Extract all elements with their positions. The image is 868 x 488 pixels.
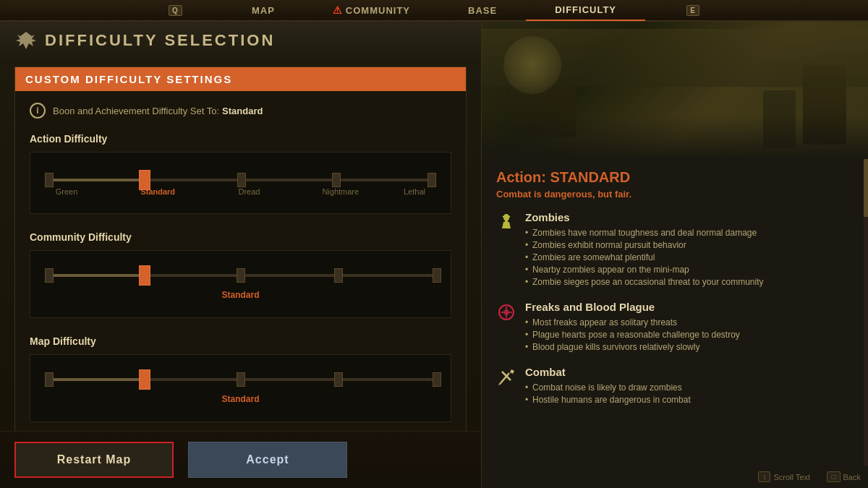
- combat-item-1: Hostile humans are dangerous in combat: [525, 395, 691, 405]
- notch-standard[interactable]: [139, 170, 150, 190]
- e-key-label: E: [686, 5, 699, 16]
- combat-section: Combat Combat noise is likely to draw zo…: [496, 366, 854, 407]
- action-slider-track: [45, 179, 436, 181]
- map-notch-2[interactable]: [237, 372, 245, 387]
- scroll-hint-key: ↕: [758, 471, 770, 482]
- zombies-section: Zombies Zombies have normal toughness an…: [496, 211, 854, 289]
- freaks-content: Freaks and Blood Plague Most freaks appe…: [525, 301, 740, 354]
- action-difficulty-slider[interactable]: Green Standard Dread Nightmare Lethal: [30, 152, 451, 214]
- nav-item-community[interactable]: ⚠ Community: [304, 0, 439, 21]
- scroll-bar[interactable]: [864, 159, 868, 466]
- community-selected-label: Standard: [45, 290, 436, 300]
- accept-button[interactable]: Accept: [188, 442, 347, 478]
- comm-notch-4[interactable]: [433, 268, 441, 283]
- combat-icon: [496, 367, 516, 388]
- left-panel: DIFFICULTY SELECTION CUSTOM DIFFICULTY S…: [0, 22, 481, 488]
- plague-icon: [496, 302, 516, 322]
- info-icon: i: [30, 103, 46, 119]
- combat-item-0: Combat noise is likely to draw zombies: [525, 382, 691, 393]
- notch-dread[interactable]: [237, 173, 246, 187]
- comm-notch-2[interactable]: [237, 268, 245, 283]
- zombies-content: Zombies Zombies have normal toughness an…: [525, 211, 764, 289]
- community-alert-icon: ⚠: [333, 4, 343, 16]
- zombie-icon: [496, 213, 516, 233]
- bottom-bar: Restart Map Accept: [0, 431, 481, 488]
- notch-nightmare[interactable]: [332, 173, 341, 187]
- notch-green[interactable]: [45, 173, 54, 187]
- q-key-label: Q: [169, 5, 182, 16]
- eagle-icon: [14, 29, 38, 52]
- page-title: DIFFICULTY SELECTION: [45, 31, 275, 50]
- zombie-item-2: Zombies are somewhat plentiful: [525, 252, 764, 262]
- community-slider-track: [45, 274, 436, 277]
- nav-item-difficulty[interactable]: Difficulty: [526, 0, 645, 21]
- map-slider-track: [45, 378, 436, 381]
- nav-item-base[interactable]: Base: [439, 0, 526, 21]
- map-notch-1[interactable]: [139, 369, 150, 390]
- map-difficulty-section: Map Difficulty Standard: [30, 335, 451, 422]
- page-title-bar: DIFFICULTY SELECTION: [0, 22, 481, 59]
- info-bar: i Boon and Achievement Difficulty Set To…: [30, 103, 451, 119]
- scroll-thumb: [864, 159, 868, 217]
- community-difficulty-label: Community Difficulty: [30, 231, 451, 243]
- restart-map-button[interactable]: Restart Map: [14, 442, 174, 478]
- comm-notch-0[interactable]: [45, 268, 54, 283]
- info-value: Standard: [222, 106, 263, 116]
- action-difficulty-label: Action Difficulty: [30, 133, 451, 145]
- zombie-item-3: Nearby zombies appear on the mini-map: [525, 265, 764, 275]
- zombies-title: Zombies: [525, 211, 764, 223]
- settings-panel: CUSTOM DIFFICULTY SETTINGS i Boon and Ac…: [14, 67, 467, 452]
- nav-key-e[interactable]: E: [645, 0, 703, 21]
- combat-content: Combat Combat noise is likely to draw zo…: [525, 366, 691, 407]
- hero-image: [482, 22, 868, 159]
- main-layout: DIFFICULTY SELECTION CUSTOM DIFFICULTY S…: [0, 22, 868, 488]
- combat-title: Combat: [525, 366, 691, 378]
- hero-light: [503, 36, 561, 94]
- map-difficulty-label: Map Difficulty: [30, 335, 451, 347]
- back-hint-key: □: [827, 471, 840, 482]
- action-difficulty-section: Action Difficulty Green: [30, 133, 451, 214]
- freaks-section: Freaks and Blood Plague Most freaks appe…: [496, 301, 854, 354]
- zombie-item-1: Zombies exhibit normal pursuit behavior: [525, 240, 764, 250]
- comm-notch-3[interactable]: [334, 268, 343, 283]
- map-selected-label: Standard: [45, 394, 436, 404]
- zombie-item-0: Zombies have normal toughness and deal n…: [525, 228, 764, 238]
- top-nav: Q Map ⚠ Community Base Difficulty E: [0, 0, 868, 22]
- back-hint-label: Back: [843, 473, 861, 481]
- freaks-title: Freaks and Blood Plague: [525, 301, 740, 313]
- action-title: Action: STANDARD: [496, 169, 854, 186]
- notch-lethal[interactable]: [427, 173, 436, 187]
- freaks-items: Most freaks appear as solitary threats P…: [525, 317, 740, 352]
- map-notch-3[interactable]: [334, 372, 343, 387]
- scroll-hint: ↕ Scroll Text: [758, 471, 810, 482]
- comm-notch-1[interactable]: [139, 265, 150, 286]
- freak-item-0: Most freaks appear as solitary threats: [525, 317, 740, 328]
- action-subtitle: Combat is dangerous, but fair.: [496, 189, 854, 200]
- info-content: Action: STANDARD Combat is dangerous, bu…: [482, 159, 868, 429]
- freak-item-2: Blood plague kills survivors relatively …: [525, 342, 740, 352]
- zombies-items: Zombies have normal toughness and deal n…: [525, 228, 764, 287]
- svg-point-1: [503, 309, 509, 315]
- nav-item-map[interactable]: Map: [223, 0, 304, 21]
- community-difficulty-slider[interactable]: Standard: [30, 250, 451, 318]
- info-label: Boon and Achievement Difficulty Set To:: [53, 106, 219, 116]
- settings-title: CUSTOM DIFFICULTY SETTINGS: [15, 67, 466, 91]
- combat-items: Combat noise is likely to draw zombies H…: [525, 382, 691, 405]
- action-slider-notches: [45, 173, 436, 193]
- hero-overlay: [482, 116, 868, 159]
- freak-item-1: Plague hearts pose a reasonable challeng…: [525, 330, 740, 340]
- map-notch-4[interactable]: [433, 372, 441, 387]
- scroll-hint-label: Scroll Text: [773, 473, 810, 481]
- map-difficulty-slider[interactable]: Standard: [30, 354, 451, 422]
- map-notch-0[interactable]: [45, 372, 54, 387]
- zombie-item-4: Zombie sieges pose an occasional threat …: [525, 277, 764, 287]
- right-panel: Action: STANDARD Combat is dangerous, bu…: [481, 22, 868, 488]
- community-difficulty-section: Community Difficulty Standard: [30, 231, 451, 318]
- action-title-value: STANDARD: [550, 169, 630, 185]
- action-title-prefix: Action:: [496, 169, 550, 185]
- back-hint[interactable]: □ Back: [827, 471, 861, 482]
- nav-key-q[interactable]: Q: [165, 0, 223, 21]
